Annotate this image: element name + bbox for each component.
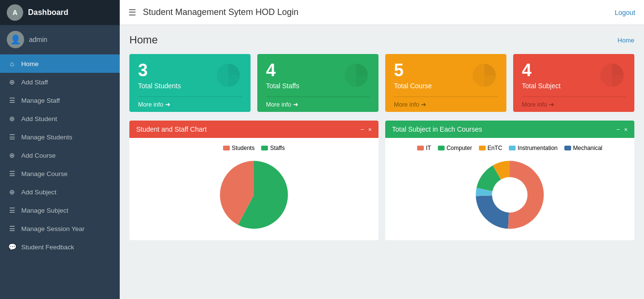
subject-courses-donut [471, 156, 548, 233]
legend-item-instrumentation: Instrumentation [509, 145, 558, 151]
logout-button[interactable]: Logout [615, 9, 635, 16]
minimize-btn-2[interactable]: − [616, 126, 620, 133]
sidebar-item-manage-students[interactable]: ☰Manage Students [0, 128, 120, 146]
stat-pie-icon-0 [214, 61, 243, 92]
sidebar-label-8: Manage Subject [21, 207, 69, 214]
sidebar-label-2: Manage Staff [21, 97, 60, 104]
sidebar-label-0: Home [21, 60, 39, 68]
legend-dot-staffs [261, 146, 268, 150]
sidebar-label-5: Add Course [21, 152, 56, 159]
legend-item-it: IT [417, 145, 431, 151]
sidebar-title: Dashboard [28, 8, 69, 17]
main-content: ☰ Student Management Sytem HOD Login Log… [120, 0, 644, 299]
student-staff-legend: StudentsStaffs [223, 145, 285, 151]
legend-dot-instrumentation [509, 146, 516, 150]
content-area: Home Home 3 Total Students More info ➜ 4… [120, 25, 644, 299]
sidebar-item-home[interactable]: ⌂Home [0, 54, 120, 73]
stat-number-0: 3 [138, 60, 148, 80]
breadcrumb-bar: Home Home [129, 34, 634, 46]
chart-controls-2: − × [616, 126, 628, 133]
stat-card-total-students: 3 Total Students More info ➜ [129, 54, 251, 112]
stat-number-2: 5 [394, 60, 404, 80]
sidebar-icon-10: 💬 [8, 243, 16, 251]
sidebar-item-manage-staff[interactable]: ☰Manage Staff [0, 91, 120, 109]
legend-item-entc: EnTC [479, 145, 503, 151]
legend-item-mechanical: Mechanical [564, 145, 602, 151]
stat-pie-icon-1 [342, 61, 371, 92]
legend-item-computer: Computer [438, 145, 472, 151]
minimize-btn-1[interactable]: − [361, 126, 364, 133]
sidebar-item-manage-session-year[interactable]: ☰Manage Session Year [0, 219, 120, 238]
subject-courses-chart-body: ITComputerEnTCInstrumentationMechanical [385, 138, 634, 240]
sidebar-item-add-student[interactable]: ⊕Add Student [0, 109, 120, 128]
donut-slice [508, 161, 544, 229]
subject-courses-chart-title: Total Subject in Each Courses [392, 125, 482, 133]
sidebar-icon-3: ⊕ [8, 115, 16, 122]
breadcrumb-link[interactable]: Home [617, 37, 634, 44]
sidebar-icon-5: ⊕ [8, 151, 16, 159]
logo-circle: A [7, 4, 23, 21]
stat-pie-icon-3 [598, 61, 627, 92]
legend-dot-mechanical [564, 146, 571, 150]
sidebar-icon-0: ⌂ [8, 60, 16, 68]
stat-more-info-2[interactable]: More info ➜ [394, 96, 498, 112]
stat-number-1: 4 [266, 60, 276, 80]
student-staff-chart-title: Student and Staff Chart [136, 125, 207, 133]
sidebar-header: A Dashboard [0, 0, 120, 25]
avatar: 👤 [7, 31, 24, 48]
sidebar-item-manage-course[interactable]: ☰Manage Course [0, 164, 120, 183]
sidebar-label-10: Student Feedback [21, 244, 74, 251]
sidebar-item-add-staff[interactable]: ⊕Add Staff [0, 73, 120, 91]
system-title: Student Management Sytem HOD Login [143, 7, 608, 17]
stat-number-3: 4 [522, 60, 532, 80]
donut-slice [476, 195, 509, 229]
stat-cards: 3 Total Students More info ➜ 4 Total Sta… [129, 54, 634, 112]
subject-courses-chart-header: Total Subject in Each Courses − × [385, 121, 634, 138]
sidebar-label-3: Add Student [21, 115, 57, 122]
sidebar-nav: ⌂Home⊕Add Staff☰Manage Staff⊕Add Student… [0, 54, 120, 256]
sidebar-user: 👤 admin [0, 25, 120, 54]
close-btn-1[interactable]: × [368, 126, 372, 133]
chart-controls: − × [361, 126, 372, 133]
sidebar-item-student-feedback[interactable]: 💬Student Feedback [0, 238, 120, 256]
sidebar-icon-4: ☰ [8, 133, 16, 141]
sidebar-label-7: Add Subject [21, 189, 56, 196]
legend-dot-entc [479, 146, 486, 150]
student-staff-chart-body: StudentsStaffs [129, 138, 378, 240]
student-staff-pie [215, 156, 293, 233]
hamburger-icon[interactable]: ☰ [128, 7, 136, 18]
stat-card-total-course: 5 Total Course More info ➜ [385, 54, 506, 112]
legend-dot-computer [438, 146, 445, 150]
stat-more-info-1[interactable]: More info ➜ [266, 96, 370, 112]
page-title: Home [129, 34, 158, 46]
sidebar-label-4: Manage Students [21, 134, 72, 141]
stat-card-total-staffs: 4 Total Staffs More info ➜ [257, 54, 378, 112]
stat-pie-icon-2 [470, 61, 499, 92]
sidebar-item-manage-subject[interactable]: ☰Manage Subject [0, 201, 120, 219]
sidebar-icon-8: ☰ [8, 206, 16, 214]
close-btn-2[interactable]: × [624, 126, 628, 133]
student-staff-chart-panel: Student and Staff Chart − × StudentsStaf… [129, 121, 378, 240]
sidebar-icon-6: ☰ [8, 170, 16, 177]
username: admin [29, 36, 47, 43]
student-staff-chart-header: Student and Staff Chart − × [129, 121, 378, 138]
sidebar-icon-1: ⊕ [8, 78, 16, 86]
stat-more-info-0[interactable]: More info ➜ [138, 96, 242, 112]
sidebar-icon-9: ☰ [8, 225, 16, 232]
subject-courses-legend: ITComputerEnTCInstrumentationMechanical [417, 145, 602, 151]
legend-item-staffs: Staffs [261, 145, 284, 151]
sidebar-item-add-course[interactable]: ⊕Add Course [0, 146, 120, 164]
sidebar: A Dashboard 👤 admin ⌂Home⊕Add Staff☰Mana… [0, 0, 120, 299]
stat-more-info-3[interactable]: More info ➜ [522, 96, 626, 112]
charts-row: Student and Staff Chart − × StudentsStaf… [129, 121, 634, 240]
sidebar-icon-7: ⊕ [8, 188, 16, 196]
legend-dot-it [417, 146, 424, 150]
sidebar-item-add-subject[interactable]: ⊕Add Subject [0, 183, 120, 201]
sidebar-label-9: Manage Session Year [21, 225, 84, 232]
topbar: ☰ Student Management Sytem HOD Login Log… [120, 0, 644, 25]
sidebar-label-1: Add Staff [21, 79, 48, 86]
sidebar-icon-2: ☰ [8, 96, 16, 104]
legend-item-students: Students [223, 145, 254, 151]
stat-card-total-subject: 4 Total Subject More info ➜ [513, 54, 634, 112]
sidebar-label-6: Manage Course [21, 170, 68, 177]
